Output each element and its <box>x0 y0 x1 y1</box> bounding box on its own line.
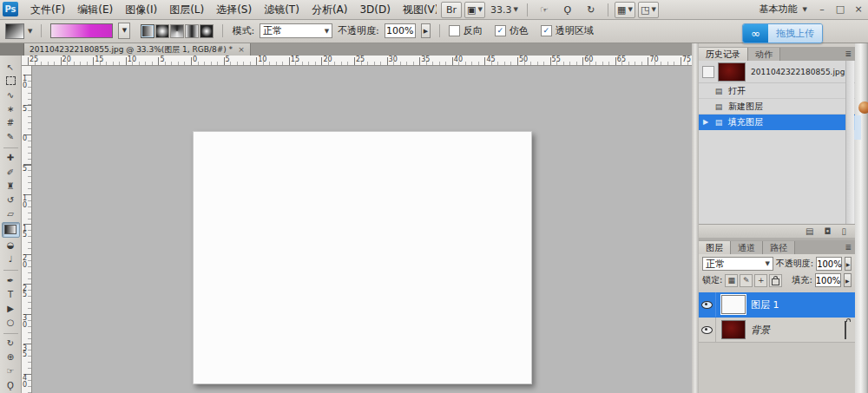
history-snapshot-row[interactable]: 2011042322180855.jpg <box>699 61 855 83</box>
history-brush-source-icon[interactable] <box>702 66 714 78</box>
path-selection-tool[interactable]: ▶ <box>3 302 19 314</box>
horizontal-ruler[interactable]: 252015105051015202530354045505560657075 <box>22 56 692 66</box>
gradient-picker-arrow[interactable]: ▼ <box>118 23 130 39</box>
zoom-level-control[interactable]: 33.3▼ <box>488 2 521 18</box>
history-tab[interactable]: 历史记录 <box>699 48 748 61</box>
marquee-tool[interactable] <box>3 75 19 87</box>
option-checkbox[interactable]: ✓仿色 <box>495 24 529 37</box>
menubar-item[interactable]: 图层(L) <box>163 1 210 19</box>
menubar-item[interactable]: 视图(V) <box>397 1 437 19</box>
menubar-item[interactable]: 滤镜(T) <box>258 1 306 19</box>
diamond-gradient-button[interactable] <box>200 24 214 38</box>
minimize-button[interactable]: – <box>816 1 828 18</box>
option-checkbox[interactable]: 反向 <box>449 24 483 37</box>
bridge-launch-button[interactable]: Br <box>441 2 462 18</box>
new-snapshot-button[interactable]: ◘ <box>825 226 832 236</box>
lock-image-pixels-icon[interactable]: ✎ <box>740 274 753 287</box>
layer-row[interactable]: 背景 <box>699 318 855 343</box>
hand-tool-button[interactable]: ☞ <box>534 2 555 18</box>
opacity-slider-arrow[interactable]: ▶ <box>421 23 431 38</box>
layer-opacity-input[interactable]: 100% <box>816 257 842 271</box>
history-state-row[interactable]: ▤新建图层 <box>699 99 855 115</box>
menubar-item[interactable]: 3D(D) <box>353 1 396 19</box>
move-tool[interactable]: ↖ <box>3 61 19 73</box>
menubar-item[interactable]: 编辑(E) <box>71 1 119 19</box>
linear-gradient-button[interactable] <box>141 24 155 38</box>
history-brush-slot[interactable]: ▶ <box>699 118 713 126</box>
menubar-item[interactable]: 文件(F) <box>24 1 71 19</box>
document-tab[interactable]: 2011042322180855.jpg @ 33.3%(图层 1, RGB/8… <box>24 43 251 56</box>
view-extras-button[interactable]: ▣▼ <box>464 2 485 18</box>
clone-stamp-tool[interactable]: ♜ <box>3 180 19 192</box>
scroll-handle-dot[interactable] <box>858 102 868 114</box>
blend-mode-select[interactable]: 正常 ▼ <box>260 23 332 38</box>
zoom-tool-button[interactable]: Ǫ <box>557 2 578 18</box>
checkbox-checked-icon[interactable]: ✓ <box>495 25 506 36</box>
pen-tool[interactable]: ✒ <box>3 274 19 286</box>
blur-tool[interactable]: ◒ <box>3 239 19 252</box>
screen-mode-button[interactable]: ◳▼ <box>638 2 659 18</box>
gradient-editor-preview[interactable] <box>50 23 113 38</box>
option-checkbox[interactable]: ✓透明区域 <box>541 24 594 37</box>
panel-menu-icon[interactable]: ≣ <box>845 241 852 254</box>
tool-panel-header[interactable] <box>0 43 24 56</box>
gradient-tool[interactable] <box>2 222 20 238</box>
collapsed-dock-strip[interactable] <box>855 43 868 393</box>
workspace-switcher[interactable]: 基本功能 ▼ <box>760 3 807 16</box>
visibility-toggle[interactable] <box>699 318 716 342</box>
vertical-ruler[interactable]: 1050510152025303540 <box>22 66 32 393</box>
close-icon[interactable]: × <box>238 45 245 54</box>
3d-rotate-tool[interactable]: ↻ <box>3 337 19 350</box>
healing-brush-tool[interactable]: ✚ <box>3 152 19 164</box>
panel-dock-divider[interactable] <box>692 43 699 393</box>
layers-tab[interactable]: 路径 <box>763 241 795 254</box>
document-canvas[interactable] <box>193 131 532 384</box>
new-document-from-state-button[interactable]: ▤ <box>806 226 813 236</box>
layer-row[interactable]: 图层 1 <box>699 292 855 318</box>
angle-gradient-button[interactable] <box>170 24 184 38</box>
eyedropper-tool[interactable]: ✎ <box>3 131 19 143</box>
hand-tool[interactable]: ☞ <box>3 365 19 377</box>
drag-upload-badge[interactable]: ∞ 拖拽上传 <box>742 23 823 43</box>
menubar-item[interactable]: 选择(S) <box>210 1 258 19</box>
type-tool[interactable]: T <box>3 288 19 300</box>
lasso-tool[interactable]: ∿ <box>3 88 19 101</box>
history-tab[interactable]: 动作 <box>748 48 780 61</box>
shape-tool[interactable]: ○ <box>3 316 19 328</box>
checkbox-checked-icon[interactable]: ✓ <box>541 25 552 36</box>
history-state-row[interactable]: ▶▤填充图层 <box>699 115 855 130</box>
brush-tool[interactable]: ✐ <box>3 166 19 178</box>
layer-blend-mode-select[interactable]: 正常 ▼ <box>702 257 773 271</box>
delete-state-button[interactable]: ▯ <box>841 226 846 236</box>
close-button[interactable]: × <box>852 1 865 18</box>
eraser-tool[interactable]: ▱ <box>3 208 19 220</box>
arrange-documents-button[interactable]: ▦▼ <box>615 2 635 18</box>
lock-all-icon[interactable] <box>769 274 782 287</box>
lock-transparent-pixels-icon[interactable]: ▦ <box>725 274 738 287</box>
layer-fill-input[interactable]: 100% <box>815 273 841 287</box>
history-state-row[interactable]: ▤打开 <box>699 83 855 99</box>
3d-orbit-tool[interactable]: ⊕ <box>3 351 19 364</box>
dodge-tool[interactable]: ♩ <box>3 253 19 265</box>
reflected-gradient-button[interactable] <box>185 24 199 38</box>
quick-selection-tool[interactable]: ∗ <box>3 102 19 115</box>
layers-tab[interactable]: 图层 <box>699 241 731 254</box>
layer-fill-arrow[interactable]: ▶ <box>844 273 852 287</box>
crop-tool[interactable]: # <box>3 117 19 129</box>
opacity-input[interactable]: 100% <box>385 23 416 38</box>
menubar-item[interactable]: 图像(I) <box>119 1 163 19</box>
history-scrollbar[interactable] <box>845 61 854 224</box>
history-brush-tool[interactable]: ↺ <box>3 193 19 206</box>
panel-menu-icon[interactable]: ≣ <box>845 48 852 61</box>
restore-button[interactable]: □ <box>834 1 846 18</box>
rotate-view-button[interactable]: ↻ <box>581 2 602 18</box>
tool-preset-picker[interactable]: ▼ <box>5 23 32 39</box>
visibility-toggle[interactable] <box>699 292 716 317</box>
lock-position-icon[interactable]: + <box>754 274 767 287</box>
zoom-tool[interactable]: Ǫ <box>3 379 19 391</box>
menubar-item[interactable]: 分析(A) <box>306 1 354 19</box>
checkbox-unchecked-icon[interactable] <box>449 25 460 36</box>
layers-tab[interactable]: 通道 <box>731 241 763 254</box>
radial-gradient-button[interactable] <box>155 24 169 38</box>
layer-opacity-arrow[interactable]: ▶ <box>845 257 852 271</box>
